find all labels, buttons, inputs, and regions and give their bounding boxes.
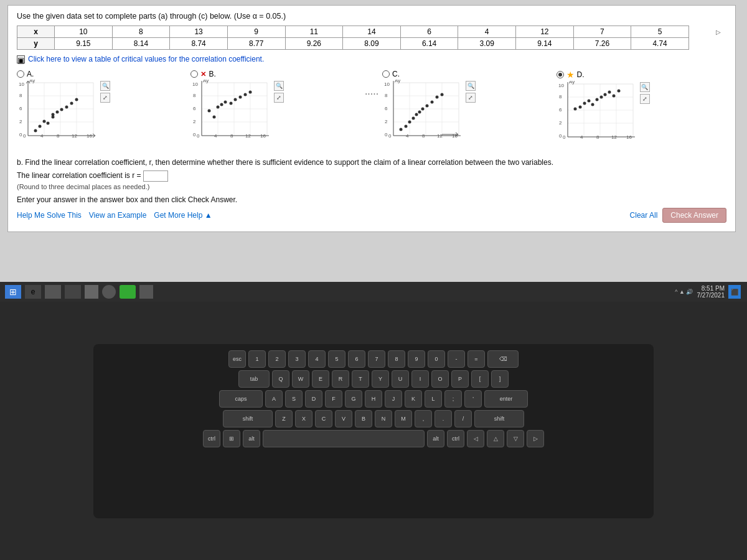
taskbar-pin[interactable]	[85, 285, 98, 299]
key-alt-l[interactable]: alt	[243, 430, 260, 447]
key-o[interactable]: O	[431, 370, 449, 388]
clear-all-button[interactable]: Clear All	[630, 211, 658, 220]
key-j[interactable]: J	[385, 390, 402, 408]
key-minus[interactable]: -	[448, 350, 465, 368]
key-1[interactable]: 1	[248, 350, 266, 368]
taskbar-edge[interactable]: e	[25, 285, 41, 299]
key-arrow-left[interactable]: ◁	[467, 430, 484, 447]
key-k[interactable]: K	[405, 390, 422, 408]
key-period[interactable]: .	[435, 410, 452, 427]
key-bracket-r[interactable]: ]	[491, 370, 509, 388]
key-h[interactable]: H	[365, 390, 382, 408]
chart-d-expand[interactable]: ⤢	[640, 94, 650, 104]
radio-d[interactable]	[557, 71, 564, 78]
key-r[interactable]: R	[332, 370, 349, 388]
chart-b-zoom[interactable]: 🔍	[274, 81, 284, 91]
chart-a-expand[interactable]: ⤢	[100, 93, 110, 103]
key-b[interactable]: B	[355, 410, 372, 427]
key-comma[interactable]: ,	[415, 410, 432, 427]
key-tab[interactable]: tab	[238, 370, 270, 388]
notifications[interactable]: ⬛	[728, 285, 741, 299]
key-g[interactable]: G	[345, 390, 362, 408]
key-a[interactable]: A	[265, 390, 283, 408]
key-y[interactable]: Y	[372, 370, 389, 388]
key-c[interactable]: C	[315, 410, 332, 427]
bottom-left-buttons: Help Me Solve This View an Example Get M…	[17, 211, 212, 220]
key-quote[interactable]: '	[464, 390, 482, 408]
key-6[interactable]: 6	[348, 350, 365, 368]
correlation-input[interactable]	[143, 170, 168, 182]
start-button[interactable]: ⊞	[5, 285, 21, 299]
key-backspace[interactable]: ⌫	[487, 350, 519, 368]
key-p[interactable]: P	[451, 370, 469, 388]
key-u[interactable]: U	[392, 370, 409, 388]
taskbar-folder[interactable]	[45, 285, 61, 299]
chart-d-zoom[interactable]: 🔍	[640, 82, 650, 92]
key-4[interactable]: 4	[308, 350, 326, 368]
key-3[interactable]: 3	[288, 350, 306, 368]
key-l[interactable]: L	[425, 390, 442, 408]
key-f[interactable]: F	[325, 390, 342, 408]
key-e[interactable]: E	[312, 370, 329, 388]
key-2[interactable]: 2	[268, 350, 286, 368]
chart-c-zoom[interactable]: 🔍	[466, 81, 476, 91]
svg-point-59	[224, 101, 227, 104]
key-i[interactable]: I	[411, 370, 429, 388]
click-here-row[interactable]: ▣ Click here to view a table of critical…	[17, 55, 726, 63]
option-d-label[interactable]: ★ D.	[557, 70, 585, 80]
option-c-label[interactable]: C.	[382, 70, 400, 78]
key-m[interactable]: M	[395, 410, 412, 427]
key-space[interactable]	[263, 430, 425, 447]
radio-a[interactable]	[17, 70, 24, 78]
key-ctrl-l[interactable]: ctrl	[203, 430, 220, 447]
check-answer-button[interactable]: Check Answer	[662, 208, 726, 223]
key-n[interactable]: N	[375, 410, 392, 427]
key-arrow-right[interactable]: ▷	[527, 430, 544, 447]
key-slash[interactable]: /	[454, 410, 472, 427]
key-arrow-down[interactable]: ▽	[507, 430, 524, 447]
taskbar-app[interactable]	[102, 285, 116, 299]
key-win[interactable]: ⊞	[223, 430, 240, 447]
view-example-link[interactable]: View an Example	[89, 211, 147, 220]
key-8[interactable]: 8	[388, 350, 405, 368]
key-w[interactable]: W	[292, 370, 309, 388]
help-me-solve-link[interactable]: Help Me Solve This	[17, 211, 82, 220]
key-equals[interactable]: =	[467, 350, 485, 368]
part-b-section: b. Find the linear correlation coefficie…	[17, 158, 726, 190]
chart-c-expand[interactable]: ⤢	[466, 93, 476, 103]
option-b-label[interactable]: ✕ B.	[190, 70, 215, 78]
key-arrow-up[interactable]: △	[487, 430, 504, 447]
key-esc[interactable]: esc	[228, 350, 246, 368]
key-5[interactable]: 5	[328, 350, 345, 368]
get-more-help-link[interactable]: Get More Help ▲	[154, 211, 212, 220]
key-semicolon[interactable]: ;	[444, 390, 462, 408]
taskbar-app3[interactable]	[139, 285, 153, 299]
key-bracket-l[interactable]: [	[471, 370, 489, 388]
key-s[interactable]: S	[285, 390, 303, 408]
key-shift-r[interactable]: shift	[474, 410, 524, 427]
key-x[interactable]: X	[295, 410, 312, 427]
key-enter[interactable]: enter	[484, 390, 528, 408]
key-9[interactable]: 9	[408, 350, 425, 368]
chart-a-zoom[interactable]: 🔍	[100, 81, 110, 91]
key-7[interactable]: 7	[368, 350, 385, 368]
key-v[interactable]: V	[335, 410, 352, 427]
key-ctrl-r[interactable]: ctrl	[447, 430, 464, 447]
key-alt-r[interactable]: alt	[427, 430, 444, 447]
dots-separator: ·····	[365, 70, 378, 100]
taskbar-mail[interactable]	[65, 285, 81, 299]
radio-b[interactable]	[190, 70, 198, 78]
key-t[interactable]: T	[352, 370, 369, 388]
key-caps[interactable]: caps	[219, 390, 263, 408]
option-a-label[interactable]: A.	[17, 70, 34, 78]
key-shift-l[interactable]: shift	[223, 410, 273, 427]
chart-a-wrap: 0 4 8 12 16 0 2 6 8 10	[17, 80, 110, 151]
chart-b-expand[interactable]: ⤢	[274, 93, 284, 103]
key-0[interactable]: 0	[428, 350, 445, 368]
key-d[interactable]: D	[305, 390, 322, 408]
click-here-text[interactable]: Click here to view a table of critical v…	[28, 55, 264, 63]
key-z[interactable]: Z	[275, 410, 293, 427]
radio-c[interactable]	[382, 70, 390, 78]
key-q[interactable]: Q	[272, 370, 289, 388]
taskbar-app2[interactable]	[120, 285, 136, 299]
